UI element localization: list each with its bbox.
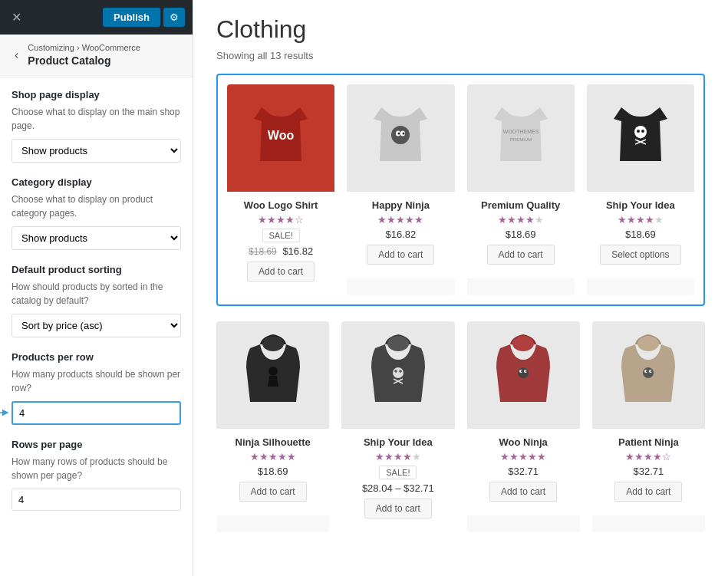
product-card-premium-quality: WOOTHEMES PREMIUM Premium Quality ★★★★★ … [467,84,575,295]
sale-badge: SALE! [379,466,417,479]
products-grid-row1: Woo Woo Logo Shirt ★★★★☆ SALE! $18.69 $1… [227,84,694,295]
product-image-patient-ninja [592,321,705,429]
svg-point-6 [398,133,400,135]
product-price: $18.69 [473,229,568,240]
svg-text:PREMIUM: PREMIUM [509,137,531,142]
svg-point-33 [646,370,647,372]
sale-badge: SALE! [262,229,300,242]
rows-per-page-desc: How many rows of products should be show… [12,455,181,482]
product-name: Woo Logo Shirt [233,199,328,211]
svg-point-24 [518,367,529,378]
svg-text:Woo: Woo [268,129,295,142]
products-grid-highlighted: Woo Woo Logo Shirt ★★★★☆ SALE! $18.69 $1… [216,74,705,306]
product-card-woo-logo-shirt: Woo Woo Logo Shirt ★★★★☆ SALE! $18.69 $1… [227,84,334,295]
product-card-happy-ninja: Happy Ninja ★★★★★ $16.82 Add to cart [347,84,454,295]
publish-label: Publish [114,12,150,23]
products-per-row-title: Products per row [12,351,181,363]
product-image-ship-your-idea-hoodie [341,321,454,429]
product-price: $32.71 [598,466,699,477]
default-sorting-desc: How should products by sorted in the cat… [12,280,181,308]
product-info-ship-your-idea-shirt: Ship Your Idea ★★★★★ $18.69 Select optio… [587,192,694,278]
rows-per-page-input[interactable] [12,489,181,511]
svg-point-16 [268,367,278,376]
product-info-premium-quality: Premium Quality ★★★★★ $18.69 Add to cart [467,192,575,278]
product-info-woo-logo-shirt: Woo Logo Shirt ★★★★☆ SALE! $18.69 $16.82… [227,192,334,295]
product-name: Patient Ninja [598,436,699,448]
add-to-cart-button[interactable]: Add to cart [487,245,555,265]
breadcrumb-back-button[interactable]: ‹ [12,47,21,64]
breadcrumb-path: Customizing › WooCommerce [28,43,140,52]
svg-point-12 [641,130,644,133]
rows-per-page-section: Rows per page How many rows of products … [12,439,181,511]
products-per-row-section: Products per row How many products shoul… [12,351,181,425]
category-display-title: Category display [12,176,181,188]
showing-results: Showing all 13 results [216,50,705,61]
product-image-happy-ninja [347,84,454,192]
shop-page-display-select[interactable]: Show products Show categories Show both [12,139,181,163]
svg-point-34 [651,370,652,372]
product-name: Woo Ninja [473,436,574,448]
svg-point-15 [262,336,284,351]
svg-point-28 [525,370,527,372]
product-name: Ship Your Idea [593,199,688,211]
breadcrumb-text: Customizing › WooCommerce Product Catalo… [28,42,140,69]
svg-point-7 [403,133,405,135]
shop-page-display-desc: Choose what to display on the main shop … [12,105,181,133]
product-info-patient-ninja: Patient Ninja ★★★★☆ $32.71 Add to cart [592,429,705,515]
default-sorting-title: Default product sorting [12,264,181,275]
add-to-cart-button[interactable]: Add to cart [239,482,307,502]
product-info-ship-your-idea-hoodie: Ship Your Idea ★★★★★ SALE! $28.04 – $32.… [341,429,454,532]
products-grid-row2: Ninja Silhouette ★★★★★ $18.69 Add to car… [216,321,705,532]
settings-button[interactable]: ⚙ [163,8,185,27]
products-per-row-desc: How many products should be shown per ro… [12,367,181,395]
product-card-ship-your-idea-hoodie: Ship Your Idea ★★★★★ SALE! $28.04 – $32.… [341,321,454,532]
main-content: Clothing Showing all 13 results Woo Woo … [193,0,728,576]
default-sorting-select[interactable]: Default sorting Sort by popularity Sort … [12,314,181,337]
add-to-cart-button[interactable]: Add to cart [614,482,682,502]
product-image-premium-quality: WOOTHEMES PREMIUM [467,84,575,192]
add-to-cart-button[interactable]: Add to cart [364,499,432,518]
product-card-woo-ninja: Woo Ninja ★★★★★ $32.71 Add to cart [467,321,580,532]
svg-point-27 [521,370,522,372]
product-stars: ★★★★★ [473,214,568,225]
add-to-cart-button[interactable]: Add to cart [247,262,315,281]
shop-page-display-title: Shop page display [12,89,181,100]
product-card-ninja-silhouette: Ninja Silhouette ★★★★★ $18.69 Add to car… [216,321,329,532]
select-options-button[interactable]: Select options [600,245,680,265]
product-name: Premium Quality [473,199,568,211]
product-price: $16.82 [353,229,448,240]
svg-point-3 [391,126,410,144]
arrow-indicator [0,407,10,418]
product-stars: ★★★★★ [348,451,448,462]
product-info-happy-ninja: Happy Ninja ★★★★★ $16.82 Add to cart [347,192,454,278]
product-stars: ★★★★★ [353,214,448,225]
product-image-ship-your-idea [587,84,694,192]
product-price: $32.71 [473,466,574,477]
product-price: $18.69 [593,229,688,240]
svg-text:WOOTHEMES: WOOTHEMES [502,129,539,134]
product-stars: ★★★★★ [473,451,574,462]
rows-per-page-title: Rows per page [12,439,181,450]
product-card-ship-your-idea-shirt: Ship Your Idea ★★★★★ $18.69 Select optio… [587,84,694,295]
category-display-desc: Choose what to display on product catego… [12,193,181,220]
add-to-cart-button[interactable]: Add to cart [367,245,434,265]
add-to-cart-button[interactable]: Add to cart [489,482,557,502]
page-title: Clothing [216,15,705,44]
product-image-ninja-silhouette [216,321,329,429]
products-per-row-input[interactable] [12,401,181,425]
product-stars: ★★★★☆ [233,214,328,225]
publish-button[interactable]: Publish [103,8,160,27]
product-stars: ★★★★★ [593,214,688,225]
products-per-row-wrap [12,401,181,425]
svg-point-10 [634,126,647,138]
default-sorting-section: Default product sorting How should produ… [12,264,181,337]
close-button[interactable]: ✕ [8,8,25,28]
breadcrumb-current: Product Catalog [28,54,140,69]
breadcrumb: ‹ Customizing › WooCommerce Product Cata… [0,35,193,77]
shop-page-display-section: Shop page display Choose what to display… [12,89,181,163]
product-card-patient-ninja: Patient Ninja ★★★★☆ $32.71 Add to cart [592,321,705,532]
svg-point-17 [387,336,409,351]
publish-area: Publish ⚙ [103,8,185,27]
product-price: $28.04 – $32.71 [348,482,448,494]
category-display-select[interactable]: Show products Show categories Show both [12,226,181,250]
